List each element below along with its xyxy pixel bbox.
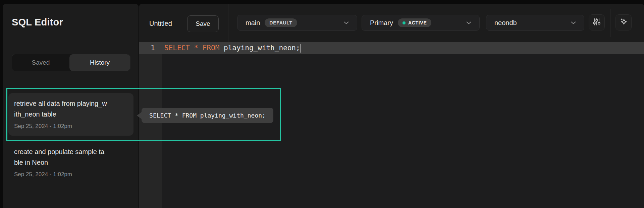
history-item-title-line: create and populate sample ta (14, 146, 128, 157)
active-status-dot-icon (402, 21, 406, 24)
history-item-timestamp: Sep 25, 2024 - 1:02pm (14, 171, 128, 178)
page-title: SQL Editor (12, 17, 63, 28)
editor-topbar: Untitled Save main DEFAULT Primary ACTIV… (139, 4, 644, 42)
sql-code-area[interactable]: 1 SELECT * FROM playing_with_neon; (139, 42, 644, 208)
text-cursor (301, 44, 301, 53)
saved-history-tabs: Saved History (12, 54, 130, 71)
sparkle-icon (619, 17, 628, 27)
branch-name: main (246, 19, 260, 27)
tab-history[interactable]: History (69, 54, 130, 71)
sidebar-header: SQL Editor (3, 4, 139, 42)
sql-table-name: playing_with_neon; (224, 44, 300, 52)
branch-dropdown[interactable]: main DEFAULT (237, 15, 357, 31)
sql-keyword: FROM (203, 44, 224, 52)
database-name: neondb (494, 19, 517, 27)
tooltip-text: SELECT * FROM playing_with_neon; (149, 112, 266, 119)
sidebar-header-divider (3, 42, 139, 42)
line-number: 1 (139, 42, 155, 54)
sidebar: SQL Editor Saved History retrieve all da… (3, 4, 139, 208)
ai-assist-button[interactable] (615, 14, 632, 30)
history-item-timestamp: Sep 25, 2024 - 1:02pm (14, 123, 128, 130)
chevron-down-icon (344, 21, 349, 24)
query-title[interactable]: Untitled (149, 19, 172, 28)
history-item-title-line: ble in Neon (14, 157, 128, 168)
save-button[interactable]: Save (187, 15, 219, 32)
editor-panel: Untitled Save main DEFAULT Primary ACTIV… (139, 4, 644, 208)
chevron-down-icon (571, 21, 576, 24)
default-badge: DEFAULT (265, 18, 297, 27)
query-settings-button[interactable] (589, 14, 605, 30)
sql-star-operator: * (194, 44, 203, 52)
sql-statement: SELECT * FROM playing_with_neon; (164, 42, 301, 54)
history-item-title-line: retrieve all data from playing_w (14, 98, 128, 109)
history-item-title-line: ith_neon table (14, 109, 128, 120)
compute-dropdown[interactable]: Primary ACTIVE (362, 15, 480, 31)
chevron-down-icon (466, 21, 471, 24)
tab-saved[interactable]: Saved (12, 54, 69, 71)
history-query-tooltip: SELECT * FROM playing_with_neon; (142, 108, 273, 123)
neon-sql-editor-page: { "app": { "title": "SQL Editor" }, "top… (0, 0, 644, 208)
sliders-icon (592, 17, 601, 27)
sql-keyword: SELECT (164, 44, 194, 52)
compute-name: Primary (370, 19, 393, 27)
history-item[interactable]: retrieve all data from playing_w ith_neo… (8, 93, 133, 136)
tooltip-arrow-icon (137, 112, 142, 119)
active-badge: ACTIVE (398, 18, 432, 27)
active-code-line: 1 SELECT * FROM playing_with_neon; (139, 42, 644, 54)
history-item[interactable]: create and populate sample ta ble in Neo… (8, 146, 133, 178)
active-badge-label: ACTIVE (408, 20, 427, 25)
database-dropdown[interactable]: neondb (486, 15, 584, 31)
topbar-divider (228, 4, 228, 42)
topbar-divider (610, 9, 610, 37)
